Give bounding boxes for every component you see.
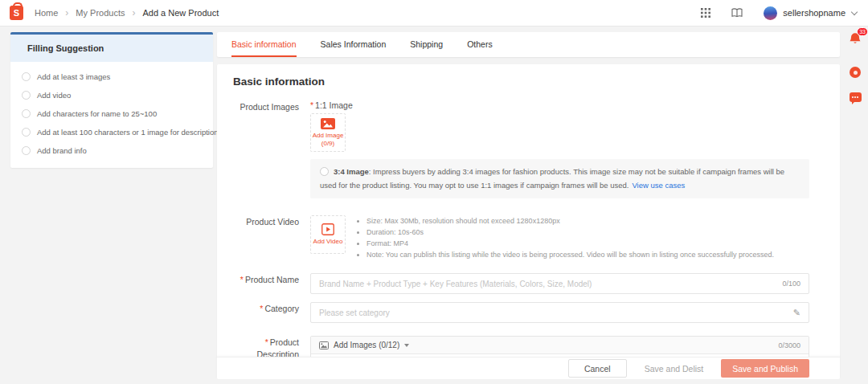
description-counter: 0/3000 xyxy=(778,341,800,349)
product-name-counter: 0/100 xyxy=(782,280,800,288)
action-footer: Cancel Save and Delist Save and Publish xyxy=(217,357,840,379)
breadcrumb-my-products[interactable]: My Products xyxy=(76,8,125,18)
add-description-images-button[interactable]: Add Images (0/12) xyxy=(334,341,399,349)
save-and-publish-button[interactable]: Save and Publish xyxy=(721,359,809,378)
view-use-cases-link[interactable]: View use cases xyxy=(632,181,685,190)
unchecked-circle-icon xyxy=(22,91,31,100)
floating-shortcuts: 33 xyxy=(846,32,864,102)
filling-suggestion-card: Filling Suggestion Add at least 3 images… xyxy=(10,32,213,168)
guide-book-icon[interactable] xyxy=(731,8,743,18)
tab-shipping[interactable]: Shipping xyxy=(410,32,443,57)
required-mark: * xyxy=(260,304,263,313)
image-icon xyxy=(321,118,335,129)
filling-suggestion-title: Filling Suggestion xyxy=(10,35,213,62)
apps-grid-icon[interactable] xyxy=(701,8,710,18)
notification-badge: 33 xyxy=(857,27,868,36)
product-video-label: Product Video xyxy=(233,215,299,261)
tab-others[interactable]: Others xyxy=(467,32,493,57)
required-mark: * xyxy=(310,100,313,110)
breadcrumb: Home › My Products › Add a New Product xyxy=(35,8,219,18)
save-and-delist-button[interactable]: Save and Delist xyxy=(635,359,714,378)
unchecked-circle-icon xyxy=(22,128,31,137)
avatar[interactable] xyxy=(764,6,777,20)
description-toolbar: Add Images (0/12) 0/3000 xyxy=(311,337,809,354)
suggestion-item-label: Add characters for name to 25~100 xyxy=(37,109,157,118)
cancel-button[interactable]: Cancel xyxy=(568,359,627,378)
add-image-button[interactable]: Add Image (0/9) xyxy=(310,113,346,152)
breadcrumb-home[interactable]: Home xyxy=(35,8,58,18)
video-icon xyxy=(321,223,334,235)
unchecked-circle-icon xyxy=(22,72,31,81)
breadcrumb-separator-icon: › xyxy=(132,8,135,18)
chat-dot xyxy=(857,96,858,98)
category-row: *Category ✎ xyxy=(233,302,809,323)
video-requirement: Format: MP4 xyxy=(366,239,774,249)
unchecked-circle-icon xyxy=(22,109,31,118)
chat-dot xyxy=(852,96,854,98)
tab-sales-information[interactable]: Sales Information xyxy=(321,32,387,57)
product-name-row: *Product Name 0/100 xyxy=(233,273,809,294)
suggestion-item-label: Add video xyxy=(37,91,71,100)
required-mark: * xyxy=(240,275,244,284)
suggestion-item: Add at least 3 images xyxy=(22,72,202,81)
suggestion-item: Add characters for name to 25~100 xyxy=(22,109,202,118)
notice-title: 3:4 Image xyxy=(334,167,369,176)
announcement-icon[interactable] xyxy=(850,67,861,78)
product-name-label: *Product Name xyxy=(233,273,299,294)
notice-text: : Impress buyers by adding 3:4 images fo… xyxy=(320,167,784,190)
category-label: *Category xyxy=(233,302,299,323)
required-mark: * xyxy=(265,337,268,347)
unchecked-circle-icon xyxy=(22,146,31,155)
suggestion-item-label: Add at least 100 characters or 1 image f… xyxy=(37,128,218,137)
image-icon xyxy=(319,341,329,349)
product-images-row: Product Images *1:1 Image Add Image (0/9… xyxy=(233,100,809,198)
chat-dot xyxy=(854,96,856,98)
suggestion-item-label: Add at least 3 images xyxy=(37,72,110,81)
video-requirement: Duration: 10s-60s xyxy=(366,227,774,238)
edit-pencil-icon[interactable]: ✎ xyxy=(793,308,800,317)
product-description-label: *Product Description xyxy=(233,336,299,357)
video-requirements-list: Size: Max 30Mb, resolution should not ex… xyxy=(357,216,774,261)
filling-suggestion-list: Add at least 3 images Add video Add char… xyxy=(10,62,213,168)
product-name-input[interactable] xyxy=(319,280,774,288)
add-video-button[interactable]: Add Video xyxy=(310,215,346,254)
suggestion-item: Add video xyxy=(22,91,202,100)
product-description-row: *Product Description Add Images (0/12) 0… xyxy=(233,336,809,357)
category-input[interactable] xyxy=(319,308,785,317)
add-image-label: Add Image (0/9) xyxy=(313,132,344,148)
account-name[interactable]: sellershopname xyxy=(783,8,845,18)
chevron-down-icon[interactable] xyxy=(851,8,858,14)
basic-information-panel: Basic information Product Images *1:1 Im… xyxy=(217,64,840,357)
notifications-button[interactable]: 33 xyxy=(849,32,862,49)
video-requirement: Note: You can publish this listing while… xyxy=(366,250,774,260)
breadcrumb-separator-icon: › xyxy=(65,8,68,18)
shopee-logo-icon[interactable]: S xyxy=(10,6,23,20)
three-four-image-notice: 3:4 Image: Impress buyers by adding 3:4 … xyxy=(310,159,809,198)
chevron-down-icon[interactable] xyxy=(404,344,409,347)
tab-basic-information[interactable]: Basic information xyxy=(231,32,297,57)
section-title: Basic information xyxy=(233,76,809,88)
suggestion-item: Add brand info xyxy=(22,146,202,155)
top-bar: S Home › My Products › Add a New Product… xyxy=(0,0,868,27)
add-video-label: Add Video xyxy=(313,238,343,246)
section-tabs: Basic information Sales Information Ship… xyxy=(217,32,840,57)
three-four-image-checkbox[interactable] xyxy=(320,167,329,176)
chat-icon[interactable] xyxy=(850,92,862,102)
suggestion-item: Add at least 100 characters or 1 image f… xyxy=(22,128,202,137)
ratio-label: *1:1 Image xyxy=(310,100,809,110)
breadcrumb-current-page: Add a New Product xyxy=(142,8,219,18)
video-requirement: Size: Max 30Mb, resolution should not ex… xyxy=(366,216,774,227)
product-description-input[interactable] xyxy=(311,354,809,357)
suggestion-item-label: Add brand info xyxy=(37,146,87,155)
product-video-row: Product Video Add Video Size: Max 30Mb, … xyxy=(233,215,809,261)
product-images-label: Product Images xyxy=(233,100,299,198)
